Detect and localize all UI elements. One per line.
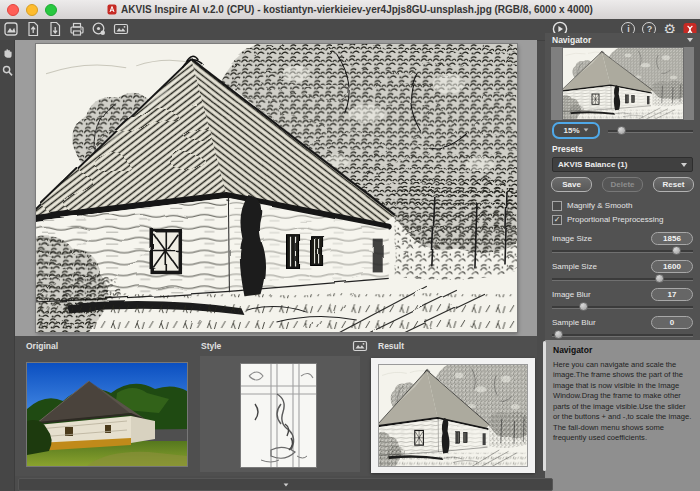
presets-title: Presets — [545, 140, 700, 156]
param-label: Image Size — [552, 234, 592, 243]
param-value[interactable]: 0 — [651, 316, 693, 329]
akvis-inspire-window: AKVIS Inspire AI v.2.0 (CPU) - kostianty… — [0, 0, 700, 491]
delete-preset-button[interactable]: Delete — [602, 177, 643, 192]
hints-title: Navigator — [553, 345, 692, 355]
checkbox-label: Proportional Preprocessing — [567, 215, 664, 224]
workspace-icon[interactable] — [3, 21, 19, 37]
fullscreen-window-button[interactable] — [45, 4, 57, 16]
panel-scrollbar[interactable] — [543, 341, 546, 471]
result-thumbnail — [379, 365, 527, 466]
checkbox-label: Magnify & Smooth — [567, 201, 632, 210]
param-value[interactable]: 17 — [651, 288, 693, 301]
param-sample-size: Sample Size1600 — [552, 259, 693, 283]
zoom-slider[interactable] — [608, 126, 693, 135]
param-slider-handle[interactable] — [579, 302, 588, 311]
save-icon[interactable] — [47, 21, 63, 37]
navigator-thumbnail — [563, 48, 683, 119]
close-window-button[interactable] — [7, 4, 19, 16]
param-slider[interactable] — [552, 246, 693, 255]
process-icon[interactable] — [91, 21, 107, 37]
option-row: ✓Proportional Preprocessing — [552, 214, 693, 225]
settings-panel: Navigator 15% Presets AKVIS Balance (1) … — [545, 33, 700, 491]
gallery-icon[interactable] — [113, 21, 129, 37]
navigator-header[interactable]: Navigator — [545, 33, 700, 46]
filmstrip-collapse-bar[interactable] — [18, 478, 553, 491]
style-thumbnail[interactable] — [241, 364, 316, 467]
result-image — [36, 44, 517, 332]
param-slider[interactable] — [552, 330, 693, 339]
choose-style-image-button[interactable] — [352, 338, 368, 353]
save-preset-button[interactable]: Save — [551, 177, 592, 192]
param-label: Sample Blur — [552, 318, 596, 327]
zoom-level-value: 15% — [563, 126, 579, 135]
style-cell — [200, 356, 360, 472]
param-value[interactable]: 1600 — [651, 260, 693, 273]
collapse-navigator-icon[interactable] — [687, 38, 693, 42]
preset-selected-value: AKVIS Balance (1) — [558, 160, 627, 169]
original-label: Original — [26, 341, 58, 351]
option-row: Magnify & Smooth — [552, 200, 693, 211]
result-thumbnail-frame[interactable] — [371, 358, 535, 473]
hints-panel: Navigator Here you can navigate and scal… — [545, 340, 700, 491]
param-label: Image Blur — [552, 290, 591, 299]
param-slider-handle[interactable] — [672, 246, 681, 255]
zoom-slider-handle[interactable] — [617, 126, 626, 135]
chevron-down-icon — [681, 163, 687, 167]
navigator-title: Navigator — [552, 35, 591, 45]
param-slider[interactable] — [552, 302, 693, 311]
style-label: Style — [201, 341, 221, 351]
preset-select[interactable]: AKVIS Balance (1) — [552, 157, 693, 172]
param-label: Sample Size — [552, 262, 597, 271]
zoom-level-dropdown[interactable]: 15% — [552, 122, 600, 139]
checkbox[interactable] — [552, 201, 562, 211]
image-window[interactable] — [15, 40, 537, 336]
param-slider[interactable] — [552, 274, 693, 283]
hints-text: Here you can navigate and scale the imag… — [553, 360, 692, 444]
result-label: Result — [378, 341, 404, 351]
checkbox[interactable]: ✓ — [552, 215, 562, 225]
window-title: AKVIS Inspire AI v.2.0 (CPU) - kostianty… — [121, 4, 593, 15]
minimize-window-button[interactable] — [26, 4, 38, 16]
param-slider-handle[interactable] — [554, 330, 563, 339]
zoom-tool-icon[interactable] — [0, 63, 14, 79]
open-icon[interactable] — [25, 21, 41, 37]
param-value[interactable]: 1856 — [651, 232, 693, 245]
traffic-lights — [7, 4, 57, 16]
navigator-preview[interactable] — [551, 47, 694, 120]
param-image-size: Image Size1856 — [552, 231, 693, 255]
collapse-arrow-icon — [283, 483, 288, 486]
hand-tool-icon[interactable] — [0, 45, 14, 61]
app-icon — [107, 4, 117, 15]
filmstrip-panel: Original Style Result — [15, 336, 537, 476]
titlebar: AKVIS Inspire AI v.2.0 (CPU) - kostianty… — [0, 0, 700, 20]
param-slider-handle[interactable] — [655, 274, 664, 283]
tool-sidebar — [0, 40, 15, 491]
param-image-blur: Image Blur17 — [552, 287, 693, 311]
print-icon[interactable] — [69, 21, 85, 37]
reset-preset-button[interactable]: Reset — [653, 177, 694, 192]
original-thumbnail[interactable] — [27, 363, 187, 466]
param-sample-blur: Sample Blur0 — [552, 315, 693, 339]
chevron-down-icon — [583, 128, 588, 131]
